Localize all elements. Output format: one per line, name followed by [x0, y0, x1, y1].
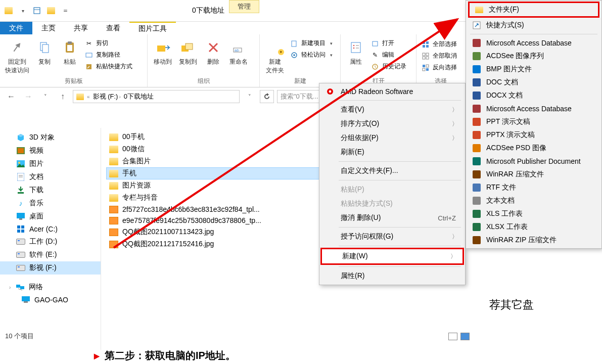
tab-view[interactable]: 查看	[97, 22, 129, 34]
qat-dropdown-icon[interactable]: ▾	[17, 5, 28, 16]
move-to-button[interactable]: 移动到	[151, 36, 175, 66]
tree-soft[interactable]: 软件 (E:)	[0, 248, 101, 261]
tree-acer[interactable]: Acer (C:)	[0, 223, 101, 235]
submenu-item[interactable]: Microsoft Publisher Document	[467, 155, 600, 168]
submenu-label: BMP 图片文件	[486, 65, 532, 74]
submenu-item[interactable]: Microsoft Access Database	[467, 36, 600, 50]
recent-dropdown[interactable]: ˅	[38, 89, 53, 104]
properties-button[interactable]: 属性	[344, 36, 368, 66]
copy-to-button[interactable]: 复制到	[176, 36, 200, 66]
submenu-item[interactable]: BMP 图片文件	[467, 63, 600, 76]
address-dropdown[interactable]: ˅	[243, 89, 257, 104]
thumbnails-view-icon[interactable]	[460, 333, 470, 340]
tab-picture-tools[interactable]: 图片工具	[129, 22, 176, 34]
forward-button[interactable]: →	[21, 89, 35, 104]
submenu-item[interactable]: RTF 文件	[467, 181, 600, 194]
edit-icon: ✎	[371, 51, 379, 59]
ctx-refresh[interactable]: 刷新(E)	[320, 145, 464, 159]
tree-music[interactable]: ♪音乐	[0, 197, 101, 210]
new-folder-button[interactable]: ✦新建 文件夹	[263, 36, 287, 75]
rename-button[interactable]: ab重命名	[226, 36, 251, 66]
details-view-icon[interactable]	[448, 333, 457, 340]
ctx-group[interactable]: 分组依据(P)〉	[320, 131, 464, 145]
tree-pictures[interactable]: 图片	[0, 157, 101, 170]
select-none-button[interactable]: 全部取消	[420, 51, 459, 61]
tab-home[interactable]: 主页	[32, 22, 65, 34]
tree-desktop[interactable]: 桌面	[0, 210, 101, 223]
tree-video[interactable]: 视频	[0, 144, 101, 157]
folder-icon	[109, 133, 118, 141]
drive-icon	[16, 264, 25, 272]
address-bar[interactable]: « 影视 (F:)› 0下载地址	[73, 90, 240, 103]
tree-3d-objects[interactable]: 3D 对象	[0, 131, 101, 144]
rar-icon	[472, 170, 481, 179]
open-button[interactable]: 打开	[369, 38, 408, 48]
back-button[interactable]: ←	[4, 89, 18, 104]
ctx-undo[interactable]: 撤消 删除(U)Ctrl+Z	[320, 211, 464, 225]
qat-prop-icon[interactable]	[31, 5, 42, 16]
submenu-item[interactable]: PPTX 演示文稿	[467, 128, 600, 142]
breadcrumb-seg[interactable]: 影视 (F:)›	[93, 92, 121, 101]
quick-access-toolbar: ▾ ＝	[0, 5, 74, 16]
tree-gao[interactable]: GAO-GAO	[0, 294, 101, 306]
folder-icon	[109, 170, 118, 177]
tree-work[interactable]: 工作 (D:)	[0, 235, 101, 248]
drive-icon	[16, 251, 25, 259]
ctx-sort[interactable]: 排序方式(O)〉	[320, 117, 464, 131]
ctx-amd[interactable]: AMD Radeon Software	[320, 85, 464, 98]
qat-eq-icon[interactable]: ＝	[60, 5, 71, 16]
paste-shortcut-button[interactable]: 粘贴快捷方式	[83, 62, 134, 71]
tree-documents[interactable]: 文档	[0, 170, 101, 184]
svg-rect-7	[86, 53, 92, 57]
delete-button[interactable]: 删除	[201, 36, 225, 66]
tree-network[interactable]: ›网络	[0, 281, 101, 294]
folder-icon	[109, 146, 118, 153]
easy-access-button[interactable]: 轻松访问▾	[288, 50, 335, 60]
submenu-item[interactable]: 文件夹(F)	[470, 3, 598, 16]
submenu-item[interactable]: Microsoft Access Database	[467, 102, 600, 115]
submenu-item[interactable]: DOC 文档	[467, 76, 600, 89]
submenu-item[interactable]: 文本文档	[467, 194, 600, 207]
submenu-item[interactable]: 快捷方式(S)	[467, 19, 600, 32]
copy-button[interactable]: 复制	[32, 36, 57, 66]
submenu-item[interactable]: ACDSee 图像序列	[467, 50, 600, 63]
invert-selection-button[interactable]: 反向选择	[420, 63, 459, 72]
submenu-item[interactable]: XLSX 工作表	[467, 220, 600, 234]
submenu-item[interactable]: WinRAR ZIP 压缩文件	[467, 234, 600, 247]
up-button[interactable]: ↑	[56, 89, 70, 104]
submenu-item[interactable]: PPT 演示文稿	[467, 115, 600, 128]
ctx-properties[interactable]: 属性(R)	[320, 269, 464, 283]
tab-share[interactable]: 共享	[65, 22, 97, 34]
desktop-icon	[16, 212, 25, 220]
ctx-grant-access[interactable]: 授予访问权限(G)〉	[320, 230, 464, 244]
tab-file[interactable]: 文件	[0, 22, 32, 34]
nav-tree[interactable]: 3D 对象 视频 图片 文档 下载 ♪音乐 桌面 Acer (C:) 工作 (D…	[0, 128, 101, 350]
folder-icon	[109, 182, 118, 190]
tree-downloads[interactable]: 下载	[0, 184, 101, 197]
svg-rect-34	[426, 65, 429, 67]
edit-button[interactable]: ✎编辑	[369, 50, 408, 60]
breadcrumb-seg[interactable]: 0下载地址	[124, 92, 154, 101]
history-button[interactable]: 历史记录	[369, 62, 408, 71]
cut-button[interactable]: ✂剪切	[83, 38, 134, 48]
new-item-button[interactable]: 新建项目▾	[288, 38, 335, 48]
drive-icon	[16, 238, 25, 246]
copy-path-button[interactable]: 复制路径	[83, 50, 134, 60]
shortcut-icon	[85, 63, 93, 71]
submenu-item[interactable]: ACDSee PSD 图像	[467, 142, 600, 155]
refresh-button[interactable]	[260, 90, 274, 103]
svg-rect-30	[423, 57, 425, 59]
network-icon	[16, 283, 25, 291]
qat-folder-icon[interactable]	[45, 5, 57, 16]
ctx-new[interactable]: 新建(W)〉	[322, 249, 462, 263]
pin-button[interactable]: 固定到 快速访问	[3, 36, 31, 75]
txt-icon	[472, 196, 481, 205]
ctx-view[interactable]: 查看(V)〉	[320, 103, 464, 117]
tree-video-drive[interactable]: 影视 (F:)	[0, 261, 101, 275]
select-all-button[interactable]: 全部选择	[420, 39, 459, 49]
submenu-item[interactable]: XLS 工作表	[467, 207, 600, 220]
submenu-item[interactable]: DOCX 文档	[467, 89, 600, 102]
submenu-item[interactable]: WinRAR 压缩文件	[467, 168, 600, 181]
ctx-customize[interactable]: 自定义文件夹(F)...	[320, 164, 464, 178]
paste-button[interactable]: 粘贴	[58, 36, 82, 66]
